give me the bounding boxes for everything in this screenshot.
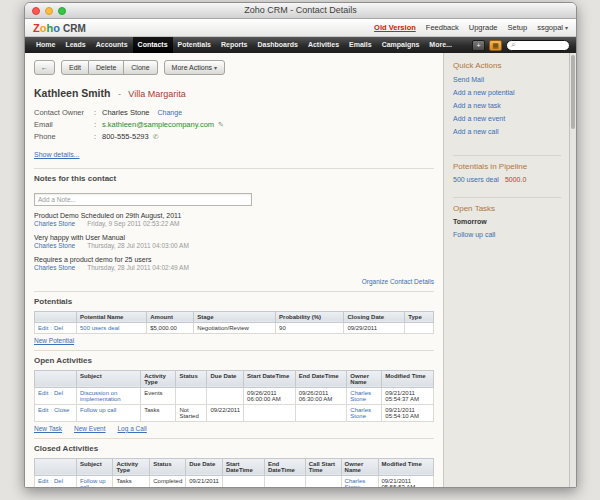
edit-button[interactable]: Edit (61, 60, 89, 75)
note-author-link[interactable]: Charles Stone (34, 220, 75, 227)
main-nav: Home Leads Accounts Contacts Potentials … (25, 37, 576, 53)
potentials-section: Potentials Potential Name Amount Stage P… (34, 291, 434, 344)
edit-link[interactable]: Edit (38, 325, 48, 331)
zoho-logo[interactable]: Zoho CRM (33, 22, 86, 34)
note-author-link[interactable]: Charles Stone (34, 264, 75, 271)
close-icon[interactable] (32, 7, 40, 15)
notes-title: Notes for this contact (34, 174, 434, 183)
nav-item-more[interactable]: More... (424, 37, 457, 53)
activity-subject-link[interactable]: Follow up call (80, 478, 106, 487)
setup-link[interactable]: Setup (508, 23, 528, 32)
contact-email-row: Email : s.kathleen@samplecompany.com ✎ (34, 119, 434, 131)
old-version-link[interactable]: Old Version (374, 23, 416, 32)
open-tasks-section: Open Tasks Tomorrow Follow up call (453, 197, 561, 251)
record-actions-group: Edit Delete Clone (61, 60, 158, 75)
owner-link[interactable]: Charles Stone (350, 407, 371, 419)
note-item: Product Demo Scheduled on 29th August, 2… (34, 212, 434, 227)
show-details-link[interactable]: Show details... (34, 151, 80, 158)
new-event-link[interactable]: New Event (74, 425, 105, 432)
nav-item-reports[interactable]: Reports (216, 37, 252, 53)
phone-value: 800-555-5293 (102, 131, 149, 143)
edit-link[interactable]: Edit (38, 390, 48, 396)
owner-link[interactable]: Charles Stone (345, 478, 366, 487)
nav-item-dashboards[interactable]: Dashboards (252, 37, 302, 53)
zoom-icon[interactable] (58, 7, 66, 15)
upgrade-link[interactable]: Upgrade (469, 23, 498, 32)
open-activities-table: Subject Activity Type Status Due Date St… (34, 370, 434, 422)
app-window: Zoho CRM - Contact Details Zoho CRM Old … (24, 2, 577, 488)
calendar-icon[interactable]: ▦ (489, 40, 502, 51)
open-activities-title: Open Activities (34, 356, 434, 365)
email-value[interactable]: s.kathleen@samplecompany.com (102, 119, 214, 131)
contact-owner-row: Contact Owner : Charles Stone Change (34, 107, 434, 119)
nav-item-activities[interactable]: Activities (303, 37, 344, 53)
nav-item-accounts[interactable]: Accounts (91, 37, 133, 53)
note-timestamp: Thursday, 28 Jul 2011 04:02:49 AM (87, 264, 189, 271)
add-new-event-link[interactable]: Add a new event (453, 115, 561, 122)
close-task-link[interactable]: Close (54, 407, 69, 413)
contact-name: Kathleen Smith (34, 87, 110, 99)
open-task-link[interactable]: Follow up call (453, 231, 561, 238)
activity-subject-link[interactable]: Discussion on implementation (80, 390, 121, 402)
organize-contact-details-link[interactable]: Organize Contact Details (362, 278, 434, 285)
nav-item-campaigns[interactable]: Campaigns (377, 37, 425, 53)
nav-item-home[interactable]: Home (31, 37, 60, 53)
phone-label: Phone (34, 131, 94, 143)
search-box[interactable]: ⌕ (506, 40, 570, 51)
add-note-input[interactable] (34, 193, 252, 206)
product-name: CRM (63, 23, 86, 34)
back-icon: ← (41, 64, 48, 71)
add-new-potential-link[interactable]: Add a new potential (453, 89, 561, 96)
pipeline-deal-link[interactable]: 500 users deal (453, 176, 499, 183)
minimize-icon[interactable] (45, 7, 53, 15)
call-icon[interactable]: ✆ (153, 131, 159, 143)
task-group-label: Tomorrow (453, 218, 561, 225)
table-row: Edit:Del 500 users deal $5,000.00 Negoti… (35, 322, 434, 333)
window-title: Zoho CRM - Contact Details (25, 3, 576, 18)
record-toolbar: ← Edit Delete Clone More Actions▾ (34, 60, 434, 75)
delete-link[interactable]: Del (54, 478, 63, 484)
owner-value: Charles Stone (102, 107, 150, 119)
closed-activities-section: Closed Activities Subject Activity Type … (34, 438, 434, 487)
pipeline-deal-amount: 5000.0 (505, 176, 526, 183)
add-new-call-link[interactable]: Add a new call (453, 128, 561, 135)
potential-name-link[interactable]: 500 users deal (80, 325, 119, 331)
delete-button[interactable]: Delete (89, 60, 124, 75)
clone-button[interactable]: Clone (124, 60, 157, 75)
table-row: Edit:Del Discussion on implementation Ev… (35, 387, 434, 404)
new-task-link[interactable]: New Task (34, 425, 62, 432)
edit-link[interactable]: Edit (38, 478, 48, 484)
note-timestamp: Friday, 9 Sep 2011 02:53:22 AM (87, 220, 179, 227)
new-potential-link[interactable]: New Potential (34, 337, 74, 344)
contact-header: Kathleen Smith - Villa Margarita (34, 83, 434, 101)
note-author-link[interactable]: Charles Stone (34, 242, 75, 249)
scrollbar[interactable] (569, 53, 576, 487)
more-actions-button[interactable]: More Actions▾ (164, 60, 225, 75)
nav-item-potentials[interactable]: Potentials (173, 37, 216, 53)
activity-subject-link[interactable]: Follow up call (80, 407, 116, 413)
add-new-task-link[interactable]: Add a new task (453, 102, 561, 109)
edit-link[interactable]: Edit (38, 407, 48, 413)
scrollbar-thumb[interactable] (571, 55, 575, 129)
send-mail-link[interactable]: Send Mail (453, 76, 561, 83)
user-menu[interactable]: ssgopal▾ (537, 23, 568, 32)
search-icon: ⌕ (511, 41, 515, 49)
note-item: Requires a product demo for 25 users Cha… (34, 256, 434, 271)
quick-add-icon[interactable]: + (472, 40, 485, 51)
owner-link[interactable]: Charles Stone (350, 390, 371, 402)
window-titlebar: Zoho CRM - Contact Details (25, 3, 576, 19)
log-a-call-link[interactable]: Log a Call (118, 425, 147, 432)
nav-item-emails[interactable]: Emails (344, 37, 377, 53)
open-tasks-title: Open Tasks (453, 204, 561, 213)
nav-item-leads[interactable]: Leads (60, 37, 90, 53)
delete-link[interactable]: Del (54, 325, 63, 331)
delete-link[interactable]: Del (54, 390, 63, 396)
nav-item-contacts[interactable]: Contacts (133, 37, 173, 53)
pipeline-section: Potentials in Pipeline 500 users deal 50… (453, 155, 561, 190)
search-input[interactable] (517, 42, 565, 49)
app-header: Zoho CRM Old Version Feedback Upgrade Se… (25, 19, 576, 37)
back-button[interactable]: ← (34, 60, 55, 75)
compose-email-icon[interactable]: ✎ (218, 119, 224, 131)
feedback-link[interactable]: Feedback (426, 23, 459, 32)
change-owner-link[interactable]: Change (158, 107, 183, 119)
